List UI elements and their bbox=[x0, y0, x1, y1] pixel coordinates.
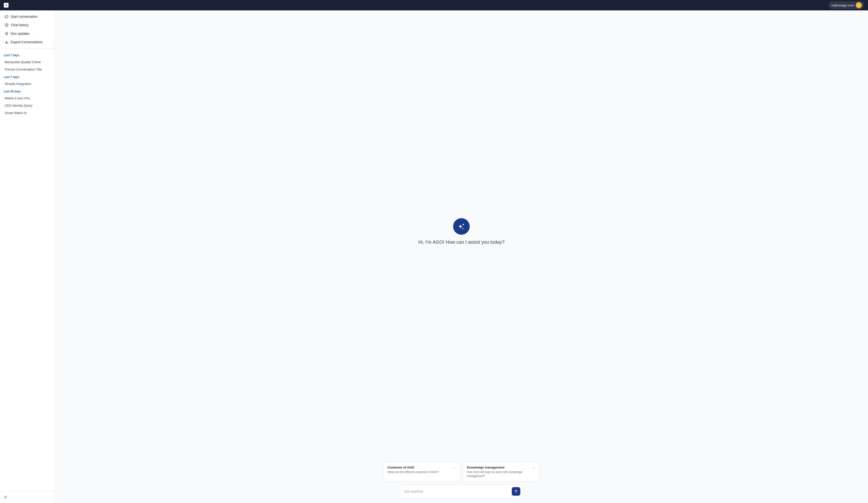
sparkles-icon bbox=[458, 223, 465, 230]
user-menu[interactable]: m@useago.com m bbox=[828, 1, 864, 9]
sidebar-item-label: Start conversation bbox=[11, 15, 38, 19]
suggestion-card-customer[interactable]: Customer of AGO What are the different c… bbox=[383, 462, 460, 482]
sidebar-item-chat-history[interactable]: Chat history bbox=[2, 21, 53, 29]
bottom-area: Customer of AGO What are the different c… bbox=[55, 462, 868, 503]
suggestion-card-knowledge[interactable]: Knowledge management How AGO will help m… bbox=[463, 462, 539, 482]
chat-history-list: Last 7 days Blanquette Quality Check Pre… bbox=[0, 49, 55, 491]
suggestion-card-title-2: Knowledge management bbox=[467, 466, 530, 469]
sidebar-item-label: Chat history bbox=[11, 23, 29, 27]
history-item-shopify[interactable]: Shopify Integration bbox=[3, 80, 52, 88]
suggestion-card-desc-1: What are the different customer of AGO? bbox=[388, 470, 450, 474]
suggestion-card-title-1: Customer of AGO bbox=[388, 466, 450, 469]
chat-area: Hi, I'm AGO! How can I assist you today? bbox=[55, 10, 868, 462]
history-group-label-2: Last 7 days bbox=[3, 75, 52, 79]
bulb-icon bbox=[5, 32, 9, 35]
download-icon bbox=[5, 40, 9, 44]
avatar: m bbox=[856, 2, 862, 8]
main-content: Hi, I'm AGO! How can I assist you today?… bbox=[55, 10, 868, 503]
history-item-mettre[interactable]: Mettre à Jour Prix bbox=[3, 94, 52, 102]
sidebar-item-export-conversations[interactable]: Export Conversations bbox=[2, 38, 53, 46]
history-group-label-1: Last 7 days bbox=[3, 53, 52, 58]
input-area bbox=[400, 484, 523, 498]
suggestion-card-content-2: Knowledge management How AGO will help m… bbox=[467, 466, 530, 478]
sidebar-bottom bbox=[0, 491, 55, 503]
history-item-smartwatch[interactable]: Smart Watch AI bbox=[3, 109, 52, 116]
history-icon bbox=[5, 23, 9, 27]
suggestion-cards: Customer of AGO What are the different c… bbox=[383, 462, 539, 482]
navbar: ✦ m@useago.com m bbox=[0, 0, 868, 10]
history-item-label: Smart Watch AI bbox=[5, 111, 27, 115]
sidebar-item-label: Doc updates bbox=[11, 32, 30, 35]
welcome-section: Hi, I'm AGO! How can I assist you today? bbox=[418, 218, 505, 245]
sidebar-item-doc-updates[interactable]: Doc updates bbox=[2, 29, 53, 38]
ago-avatar-icon bbox=[453, 218, 470, 235]
sidebar-toggle-icon bbox=[3, 495, 8, 500]
history-item-label: Blanquette Quality Check bbox=[5, 60, 41, 64]
history-item-blanquette[interactable]: Blanquette Quality Check bbox=[3, 58, 52, 66]
sidebar-nav: Start conversation Chat history Doc upda… bbox=[0, 10, 55, 49]
welcome-text: Hi, I'm AGO! How can I assist you today? bbox=[418, 239, 505, 245]
history-item-ceo[interactable]: CEO Identity Query bbox=[3, 102, 52, 109]
history-item-label: CEO Identity Query bbox=[5, 104, 32, 107]
history-item-precise[interactable]: Precise Conversation Title bbox=[3, 66, 52, 73]
sidebar-item-label: Export Conversations bbox=[11, 40, 43, 44]
suggestion-card-desc-2: How AGO will help my team with knowledge… bbox=[467, 470, 530, 478]
history-group-label-3: Last 30 days bbox=[3, 89, 52, 94]
arrow-icon-2: → bbox=[531, 466, 535, 470]
app-logo: ✦ bbox=[4, 3, 9, 8]
sidebar-item-start-conversation[interactable]: Start conversation bbox=[2, 12, 53, 21]
user-email: m@useago.com bbox=[831, 3, 854, 7]
chat-icon bbox=[5, 15, 9, 19]
arrow-icon-1: → bbox=[452, 466, 456, 470]
history-item-label: Precise Conversation Title bbox=[5, 68, 42, 71]
history-item-label: Shopify Integration bbox=[5, 82, 31, 85]
send-icon bbox=[514, 490, 518, 493]
main-layout: Start conversation Chat history Doc upda… bbox=[0, 10, 868, 503]
history-item-label: Mettre à Jour Prix bbox=[5, 96, 30, 100]
suggestion-card-content-1: Customer of AGO What are the different c… bbox=[388, 466, 450, 474]
logo-icon: ✦ bbox=[4, 3, 9, 8]
chat-input[interactable] bbox=[404, 490, 510, 493]
sidebar: Start conversation Chat history Doc upda… bbox=[0, 10, 55, 503]
send-button[interactable] bbox=[512, 487, 520, 496]
sidebar-toggle-button[interactable] bbox=[2, 494, 9, 501]
